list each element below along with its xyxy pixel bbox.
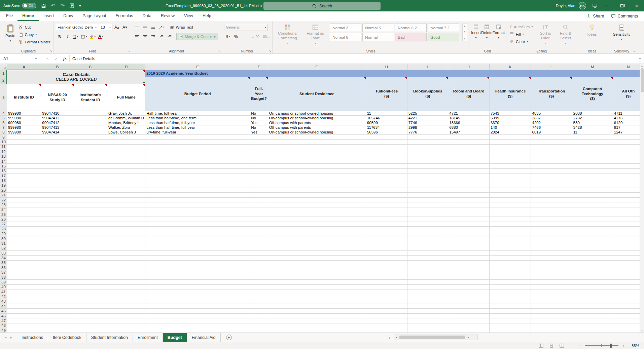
cell-A18[interactable] (7, 178, 41, 183)
cell-C46[interactable] (74, 313, 107, 318)
cell-A29[interactable] (7, 231, 41, 236)
cell-H20[interactable] (366, 188, 407, 193)
row-header-30[interactable]: 30 (0, 236, 7, 241)
borders-button[interactable]: ▾ (80, 33, 88, 40)
cell-L30[interactable] (531, 236, 572, 241)
cell-C31[interactable] (74, 241, 107, 246)
cell-N4[interactable]: 4711 (613, 111, 644, 116)
cell-E31[interactable] (145, 241, 250, 246)
cell-B46[interactable] (41, 313, 74, 318)
cell-H44[interactable] (366, 304, 407, 309)
cell-F48[interactable] (250, 323, 268, 328)
cell-style-normal-8[interactable]: Normal 8 (330, 33, 361, 41)
cell-B36[interactable] (41, 265, 74, 270)
cell-N5[interactable]: 4276 (613, 116, 644, 120)
cell-D31[interactable] (107, 241, 145, 246)
cell-F30[interactable] (250, 236, 268, 241)
cell-K43[interactable] (489, 299, 531, 304)
alignment-dialog-launcher[interactable]: ↘ (218, 49, 221, 53)
cell-C12[interactable] (74, 149, 107, 154)
cell-H21[interactable] (366, 193, 407, 197)
cell-D14[interactable] (107, 159, 145, 163)
cell-C27[interactable] (74, 222, 107, 226)
cell-G38[interactable] (268, 275, 366, 279)
cell-F35[interactable] (250, 260, 268, 265)
comma-style-button[interactable]: , (240, 33, 248, 40)
cell-J17[interactable] (448, 173, 490, 178)
cell-style-good[interactable]: Good (428, 33, 459, 41)
cell-M27[interactable] (572, 222, 613, 226)
cell-L41[interactable] (531, 289, 572, 294)
cell-N41[interactable] (613, 289, 644, 294)
row-header-22[interactable]: 22 (0, 197, 7, 202)
cell-G32[interactable] (268, 246, 366, 250)
cell-I11[interactable] (407, 144, 448, 149)
cell-N43[interactable] (613, 299, 644, 304)
cell-N42[interactable] (613, 294, 644, 299)
cell-D32[interactable] (107, 246, 145, 250)
cell-D43[interactable] (107, 299, 145, 304)
cell-B6[interactable]: 99047412 (41, 120, 74, 125)
format-cells-button[interactable]: Format ▾ (493, 23, 504, 45)
cell-K17[interactable] (489, 173, 531, 178)
cell-M30[interactable] (572, 236, 613, 241)
cell-F26[interactable] (250, 217, 268, 222)
cell-J11[interactable] (448, 144, 490, 149)
cell-M31[interactable] (572, 241, 613, 246)
cell-K26[interactable] (489, 217, 531, 222)
row-header-46[interactable]: 46 (0, 313, 7, 318)
cell-N14[interactable] (613, 159, 644, 163)
insert-cells-button[interactable]: Insert ▾ (471, 23, 481, 45)
cell-N21[interactable] (613, 193, 644, 197)
cell-H39[interactable] (366, 280, 407, 284)
cell-M5[interactable]: 2782 (572, 116, 613, 120)
cell-F14[interactable] (250, 159, 268, 163)
cell-F41[interactable] (250, 289, 268, 294)
cell-G7[interactable]: Off-campus with parents (268, 125, 366, 130)
cell-D21[interactable] (107, 193, 145, 197)
cell-banner-title[interactable]: 2019-2020 Academic Year Budget (145, 70, 644, 77)
cell-J44[interactable] (448, 304, 490, 309)
cell-B9[interactable] (41, 134, 74, 139)
conditional-formatting-button[interactable]: Conditional Formatting ▾ (275, 23, 301, 45)
cell-E11[interactable] (145, 144, 250, 149)
close-button[interactable]: × (629, 0, 644, 11)
cell-C40[interactable] (74, 284, 107, 289)
cell-E47[interactable] (145, 318, 250, 323)
cell-C48[interactable] (74, 323, 107, 328)
cell-J5[interactable]: 18145 (448, 116, 490, 120)
cell-C23[interactable] (74, 202, 107, 207)
cell-K11[interactable] (489, 144, 531, 149)
cell-F29[interactable] (250, 231, 268, 236)
column-label-I[interactable]: Books/Supplies($) (407, 77, 448, 111)
cell-E36[interactable] (145, 265, 250, 270)
clipboard-dialog-launcher[interactable]: ↘ (50, 49, 52, 53)
cell-B40[interactable] (41, 284, 74, 289)
cell-N39[interactable] (613, 280, 644, 284)
cell-case-details[interactable]: Case DetailsCELLS ARE LOCKED (7, 70, 145, 84)
cell-H29[interactable] (366, 231, 407, 236)
cell-C7[interactable] (74, 125, 107, 130)
cell-L10[interactable] (531, 140, 572, 144)
cell-J19[interactable] (448, 183, 490, 188)
cell-G26[interactable] (268, 217, 366, 222)
cell-H13[interactable] (366, 154, 407, 159)
cell-D11[interactable] (107, 144, 145, 149)
cell-E33[interactable] (145, 250, 250, 255)
cell-F9[interactable] (250, 134, 268, 139)
row-header-15[interactable]: 15 (0, 164, 7, 168)
align-right-button[interactable] (149, 33, 157, 40)
column-header-H[interactable]: H (366, 64, 407, 70)
cell-F45[interactable] (250, 309, 268, 313)
cell-D23[interactable] (107, 202, 145, 207)
horizontal-scrollbar[interactable]: ◂ ▸ (394, 335, 478, 340)
cell-B15[interactable] (41, 164, 74, 168)
cell-C9[interactable] (74, 134, 107, 139)
cell-D45[interactable] (107, 309, 145, 313)
align-center-button[interactable] (141, 33, 149, 40)
cell-M42[interactable] (572, 294, 613, 299)
scroll-up-icon[interactable]: ▴ (641, 65, 643, 67)
cell-N20[interactable] (613, 188, 644, 193)
cell-I32[interactable] (407, 246, 448, 250)
cell-C13[interactable] (74, 154, 107, 159)
